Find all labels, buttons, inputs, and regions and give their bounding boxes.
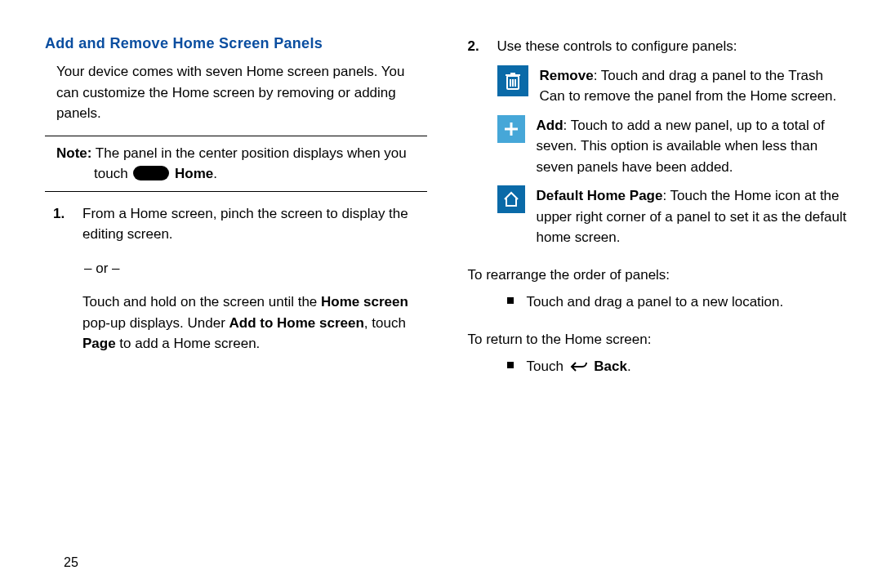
- step1-text-b: Touch and hold on the screen until the H…: [82, 292, 427, 354]
- rearrange-bullet: Touch and drag a panel to a new location…: [527, 292, 784, 313]
- step-number: 2.: [468, 36, 486, 57]
- rearrange-heading: To rearrange the order of panels:: [468, 265, 850, 286]
- page-number: 25: [64, 555, 78, 570]
- remove-text: Remove: Touch and drag a panel to the Tr…: [540, 65, 850, 107]
- divider: [45, 136, 427, 136]
- note-line2: touch Home.: [94, 163, 427, 185]
- plus-icon: [497, 115, 525, 143]
- step1-text-a: From a Home screen, pinch the screen to …: [82, 203, 427, 245]
- home-icon: [497, 185, 525, 213]
- step2-intro: Use these controls to configure panels:: [497, 36, 850, 57]
- step-number: 1.: [53, 203, 71, 354]
- trash-icon: [497, 65, 528, 96]
- default-home-text: Default Home Page: Touch the Home icon a…: [537, 185, 850, 248]
- home-button-icon: [133, 166, 169, 180]
- bullet-icon: [507, 297, 514, 304]
- intro-paragraph: Your device comes with seven Home screen…: [56, 61, 427, 124]
- back-bullet: Touch Back.: [527, 356, 631, 377]
- section-heading: Add and Remove Home Screen Panels: [45, 33, 427, 55]
- or-separator: – or –: [84, 258, 427, 279]
- bullet-icon: [507, 362, 514, 368]
- back-arrow-icon: [569, 360, 589, 373]
- divider: [45, 191, 427, 192]
- return-heading: To return to the Home screen:: [468, 329, 850, 350]
- note-line1: Note: The panel in the center position d…: [56, 143, 427, 164]
- add-text: Add: Touch to add a new panel, up to a t…: [537, 115, 850, 178]
